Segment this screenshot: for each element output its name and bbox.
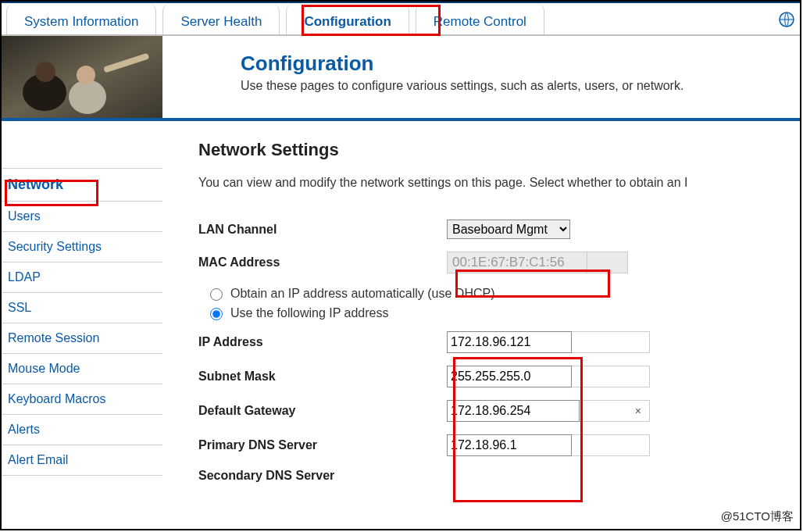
watermark: @51CTO博客: [721, 509, 794, 524]
ip-address-extra: [572, 331, 650, 353]
globe-icon[interactable]: [778, 11, 795, 30]
row-ip-address: IP Address: [198, 331, 800, 353]
radio-static-row[interactable]: Use the following IP address: [206, 305, 800, 320]
header-text: Configuration Use these pages to configu…: [162, 36, 699, 118]
primary-dns-extra: [572, 434, 650, 456]
lan-channel-label: LAN Channel: [198, 223, 447, 237]
secondary-dns-label: Secondary DNS Server: [198, 469, 447, 483]
app-frame: System Information Server Health Configu…: [0, 0, 801, 530]
tab-server-health[interactable]: Server Health: [162, 3, 280, 34]
row-secondary-dns: Secondary DNS Server: [198, 469, 800, 483]
header-band: Configuration Use these pages to configu…: [2, 36, 800, 121]
sidebar-item-ldap[interactable]: LDAP: [2, 262, 162, 293]
sidebar-item-security-settings[interactable]: Security Settings: [2, 232, 162, 262]
section-description: You can view and modify the network sett…: [198, 176, 800, 190]
sidebar-item-remote-session[interactable]: Remote Session: [2, 323, 162, 354]
page-header-subtitle: Use these pages to configure various set…: [241, 79, 683, 93]
row-primary-dns: Primary DNS Server: [198, 434, 800, 456]
ip-address-label: IP Address: [198, 335, 447, 349]
header-image: [2, 36, 162, 118]
radio-static[interactable]: [210, 308, 223, 320]
sidebar-item-users[interactable]: Users: [2, 202, 162, 232]
svg-point-6: [77, 66, 95, 84]
subnet-mask-label: Subnet Mask: [198, 370, 447, 384]
page-header-title: Configuration: [241, 52, 683, 76]
body-area: Network Users Security Settings LDAP SSL…: [2, 121, 800, 529]
sidebar-item-ssl[interactable]: SSL: [2, 293, 162, 323]
radio-dhcp-label: Obtain an IP address automatically (use …: [230, 287, 495, 301]
primary-dns-input[interactable]: [447, 434, 572, 456]
content-area: Network Settings You can view and modify…: [162, 121, 800, 529]
svg-point-4: [35, 62, 55, 82]
subnet-mask-extra: [572, 366, 650, 387]
default-gateway-label: Default Gateway: [198, 404, 447, 418]
tab-system-information[interactable]: System Information: [6, 3, 156, 34]
sidebar-item-alert-email[interactable]: Alert Email: [2, 445, 162, 476]
ip-address-input[interactable]: [447, 331, 572, 353]
mac-address-value: 00:1E:67:B7:C1:56: [447, 252, 587, 273]
sidebar-item-mouse-mode[interactable]: Mouse Mode: [2, 354, 162, 384]
top-nav: System Information Server Health Configu…: [2, 2, 800, 36]
row-subnet-mask: Subnet Mask: [198, 366, 800, 387]
radio-dhcp-row[interactable]: Obtain an IP address automatically (use …: [206, 286, 800, 301]
radio-static-label: Use the following IP address: [230, 306, 388, 320]
subnet-mask-input[interactable]: [447, 366, 572, 387]
radio-dhcp[interactable]: [210, 288, 223, 301]
mac-address-extra: [587, 252, 628, 273]
row-mac-address: MAC Address 00:1E:67:B7:C1:56: [198, 252, 800, 273]
sidebar: Network Users Security Settings LDAP SSL…: [2, 121, 162, 529]
row-lan-channel: LAN Channel Baseboard Mgmt: [198, 220, 800, 239]
section-title: Network Settings: [198, 140, 800, 160]
default-gateway-input[interactable]: [447, 400, 580, 422]
sidebar-item-network[interactable]: Network: [2, 168, 162, 202]
svg-point-5: [69, 80, 106, 114]
sidebar-item-keyboard-macros[interactable]: Keyboard Macros: [2, 384, 162, 415]
lan-channel-select[interactable]: Baseboard Mgmt: [447, 220, 570, 239]
row-default-gateway: Default Gateway ×: [198, 400, 800, 422]
primary-dns-label: Primary DNS Server: [198, 438, 447, 452]
tab-remote-control[interactable]: Remote Control: [416, 3, 544, 34]
default-gateway-clear[interactable]: ×: [580, 400, 650, 422]
mac-address-label: MAC Address: [198, 255, 447, 270]
tab-configuration[interactable]: Configuration: [286, 3, 409, 34]
sidebar-item-alerts[interactable]: Alerts: [2, 415, 162, 445]
